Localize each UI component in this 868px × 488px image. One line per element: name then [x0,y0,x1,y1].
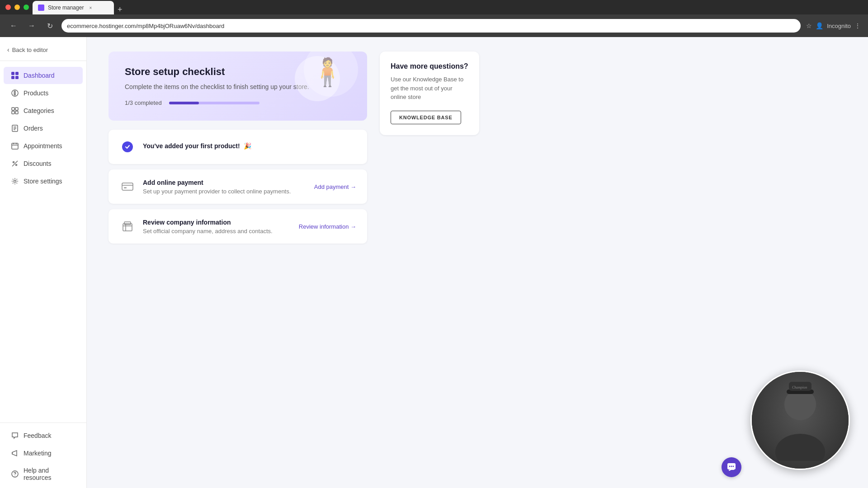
sidebar-item-feedback-label: Feedback [24,432,51,439]
forward-button[interactable]: → [25,19,38,32]
sidebar-divider-top [0,61,86,61]
address-bar[interactable]: ecommerce.hostinger.com/mp8Mp4bjORuaw6Nv… [61,19,801,33]
reload-button[interactable]: ↻ [43,19,56,32]
back-arrow-icon: ‹ [7,46,9,53]
svg-rect-0 [11,72,14,75]
sidebar-item-discounts-label: Discounts [24,160,51,167]
sidebar-bottom: Feedback Marketing [0,422,86,488]
active-tab[interactable]: Store manager × [33,1,114,14]
new-tab-button[interactable]: + [114,5,126,14]
store-settings-icon [11,177,19,185]
bookmark-button[interactable]: ☆ [806,22,812,29]
svg-point-39 [731,466,732,467]
knowledge-card: Have more questions? Use our Knowledge B… [380,52,479,135]
svg-rect-14 [12,143,18,149]
first-product-content: You've added your first product! 🎉 [143,142,356,151]
sidebar-item-help[interactable]: Help and resources [4,462,83,486]
menu-button[interactable]: ⋮ [854,22,861,29]
back-to-editor-label: Back to editor [12,47,48,53]
svg-point-33 [775,434,825,461]
chat-button[interactable] [722,457,741,477]
tab-close-button[interactable]: × [87,5,94,11]
categories-icon [11,107,19,115]
discounts-icon [11,160,19,168]
sidebar-item-categories[interactable]: Categories [4,102,83,119]
review-company-title: Review company information [143,219,292,226]
svg-rect-6 [12,108,14,110]
svg-point-24 [14,476,15,477]
back-button[interactable]: ← [7,19,20,32]
svg-rect-31 [124,222,131,225]
feedback-icon [11,432,19,440]
svg-text:Champion: Champion [792,385,807,389]
svg-point-19 [16,164,17,166]
appointments-icon [11,142,19,150]
add-payment-action[interactable]: Add payment → [314,183,356,190]
app-layout: ‹ Back to editor Dashboard [0,37,868,488]
incognito-label: Incognito [827,23,851,29]
checklist-section: 🧍 Store setup checklist Complete the ite… [108,52,367,253]
sidebar: ‹ Back to editor Dashboard [0,37,87,488]
tab-favicon [38,5,44,11]
svg-rect-3 [15,76,19,79]
minimize-dot[interactable] [14,5,20,10]
sidebar-item-store-settings-label: Store settings [24,178,62,185]
sidebar-item-store-settings[interactable]: Store settings [4,173,83,190]
browser-chrome: Store manager × + [0,0,868,14]
checklist-card: 🧍 Store setup checklist Complete the ite… [108,52,367,121]
knowledge-card-title: Have more questions? [391,62,468,70]
sidebar-item-products-label: Products [24,89,48,97]
checklist-progress-text: 1/3 completed [125,99,162,106]
company-icon [119,218,136,235]
checklist-item-review-company: Review company information Set official … [108,209,367,244]
fullscreen-dot[interactable] [24,5,29,10]
knowledge-base-button[interactable]: KNOWLEDGE BASE [391,111,461,124]
sidebar-item-categories-label: Categories [24,107,54,114]
svg-point-21 [14,180,16,183]
checklist-item-add-payment: Add online payment Set up your payment p… [108,169,367,204]
svg-point-40 [733,466,734,467]
marketing-icon [11,449,19,457]
svg-rect-27 [124,187,127,188]
add-payment-title: Add online payment [143,179,307,186]
checklist-items-list: You've added your first product! 🎉 [108,130,367,244]
add-payment-subtitle: Set up your payment provider to collect … [143,188,307,195]
video-overlay: Champion [750,371,850,470]
back-to-editor-link[interactable]: ‹ Back to editor [0,41,86,59]
sidebar-item-orders-label: Orders [24,125,43,132]
right-panel: Have more questions? Use our Knowledge B… [380,52,479,253]
video-person: Champion [752,372,849,469]
checklist-item-first-product: You've added your first product! 🎉 [108,130,367,164]
sidebar-item-marketing-label: Marketing [24,450,51,457]
browser-navbar: ← → ↻ ecommerce.hostinger.com/mp8Mp4bjOR… [0,14,868,37]
sidebar-item-help-label: Help and resources [24,467,75,481]
first-product-title: You've added your first product! 🎉 [143,142,356,150]
svg-rect-1 [15,72,19,75]
review-company-content: Review company information Set official … [143,219,292,235]
profile-button[interactable]: 👤 [816,22,823,29]
sidebar-item-orders[interactable]: Orders [4,120,83,137]
sidebar-item-dashboard-label: Dashboard [24,72,55,79]
svg-rect-9 [15,111,18,114]
sidebar-item-marketing[interactable]: Marketing [4,445,83,462]
sidebar-item-appointments[interactable]: Appointments [4,137,83,155]
svg-rect-25 [122,183,133,190]
tab-title: Store manager [48,5,84,11]
sidebar-item-feedback[interactable]: Feedback [4,427,83,444]
svg-point-18 [13,162,14,163]
progress-bar-container [169,102,259,104]
svg-rect-2 [11,76,14,79]
sidebar-item-discounts[interactable]: Discounts [4,155,83,172]
close-dot[interactable] [5,5,11,10]
svg-point-38 [729,466,731,467]
checklist-item-check-icon [119,139,136,155]
dashboard-icon [11,71,19,80]
browser-nav-icons: ☆ 👤 Incognito ⋮ [806,22,861,29]
sidebar-item-products[interactable]: Products [4,84,83,102]
review-company-action[interactable]: Review information → [299,223,356,230]
content-wrapper: 🧍 Store setup checklist Complete the ite… [108,52,479,253]
knowledge-card-text: Use our Knowledge Base to get the most o… [391,75,468,102]
review-company-subtitle: Set official company name, address and c… [143,228,292,235]
svg-rect-7 [15,108,18,110]
sidebar-item-dashboard[interactable]: Dashboard [4,67,83,84]
